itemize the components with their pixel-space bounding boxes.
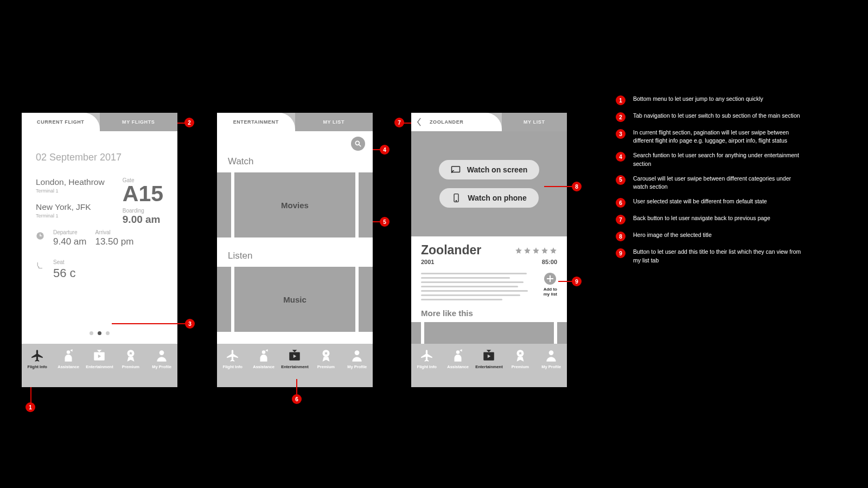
nav-label: Flight Info [28,364,47,369]
nav-premium[interactable]: Premium [116,349,145,369]
thumb-card[interactable] [424,322,554,344]
annotation-text: Bottom menu to let user jump to any sect… [633,95,763,103]
carousel-card-movies[interactable]: Movies [234,172,355,237]
annotation-row: 7Back button to let user navigate back t… [616,214,807,224]
nav-label: My Profile [541,364,561,369]
annotation-row: 2Tab navigation to let user switch to su… [616,112,807,122]
nav-entertainment[interactable]: Entertainment [474,349,504,369]
tab-bar: ZOOLANDER MY LIST [411,113,567,131]
bottom-nav: Flight Info Assistance Entertainment Pre… [217,344,373,387]
svg-rect-13 [451,166,459,172]
nav-label: Premium [512,364,529,369]
plane-icon [30,349,45,362]
nav-entertainment[interactable]: Entertainment [85,349,114,369]
dot-1[interactable] [90,331,93,335]
annotation-row: 9Button to let user add this title to th… [616,248,807,264]
carousel-card-music[interactable]: Music [234,267,355,332]
arrival-value: 13.50 pm [95,236,133,247]
annotation-line [404,123,411,124]
pagination-dots[interactable] [22,331,177,335]
nav-premium[interactable]: Premium [311,349,341,369]
plus-icon [547,275,553,282]
annotation-line [373,221,380,222]
annotation-number: 1 [616,95,626,105]
tab-my-flights[interactable]: MY FLIGHTS [100,113,178,131]
carousel-next-peek[interactable] [359,172,373,237]
nav-flight-info[interactable]: Flight Info [22,349,52,369]
tab-entertainment[interactable]: ENTERTAINMENT [217,113,295,131]
nav-profile[interactable]: My Profile [537,349,566,369]
watch-section-title: Watch [217,156,373,172]
tv-icon [287,349,302,362]
dot-2[interactable] [98,331,101,335]
svg-line-8 [359,145,361,147]
nav-entertainment[interactable]: Entertainment [280,349,310,369]
cast-icon [451,165,461,174]
star-icon [532,247,540,254]
annotation-marker-7: 7 [394,118,404,127]
annotation-text: User selected state will be different fr… [633,197,767,206]
annotation-line [112,323,186,324]
annotation-text: Back button to let user navigate back to… [633,214,770,222]
nav-assistance[interactable]: Assistance [54,349,84,369]
annotation-marker-6: 6 [292,394,302,404]
tab-current-flight[interactable]: CURRENT FLIGHT [22,113,100,131]
listen-carousel[interactable]: Music [217,267,373,332]
nav-profile[interactable]: My Profile [342,349,372,369]
add-to-list-button[interactable] [544,273,556,285]
nav-premium[interactable]: Premium [505,349,535,369]
tab-my-list[interactable]: MY LIST [502,113,567,131]
tv-icon [92,349,107,362]
tab-my-list[interactable]: MY LIST [295,113,373,131]
nav-flight-info[interactable]: Flight Info [218,349,247,369]
screen-entertainment: ENTERTAINMENT MY LIST Watch Movies Liste… [217,113,373,387]
arrival-label: Arrival [95,229,133,235]
tab-bar: CURRENT FLIGHT MY FLIGHTS [22,113,177,131]
nav-assistance[interactable]: Assistance [443,349,473,369]
search-icon [354,140,362,147]
watch-on-phone-button[interactable]: Watch on phone [439,188,538,208]
annotation-marker-1: 1 [25,402,35,412]
boarding-label: Boarding [123,208,163,214]
annotation-text: Carousel will let user swipe between dif… [633,175,807,191]
to-city: New York, JFK [36,202,123,212]
annotation-line [296,379,297,395]
star-rating[interactable] [515,247,557,254]
listen-section-title: Listen [217,251,373,267]
movie-runtime: 85:00 [542,259,557,265]
back-button[interactable] [411,113,426,131]
svg-point-12 [355,350,360,355]
carousel-prev-peek[interactable] [217,172,231,237]
assistance-icon [256,349,271,362]
annotation-row: 6User selected state will be different f… [616,197,807,208]
watch-on-screen-button[interactable]: Watch on screen [439,160,540,179]
button-label: Watch on screen [467,165,528,174]
nav-profile[interactable]: My Profile [147,349,177,369]
svg-point-6 [159,350,164,355]
thumb-next-peek[interactable] [557,322,567,344]
dot-3[interactable] [106,331,110,335]
more-like-this-carousel[interactable] [411,318,567,344]
phone-icon [451,194,461,202]
tab-bar: ENTERTAINMENT MY LIST [217,113,373,131]
annotation-number: 9 [616,248,626,258]
chevron-left-icon [417,118,422,126]
tab-title: ZOOLANDER [426,113,502,131]
premium-icon [318,349,334,362]
annotation-text: Button to let user add this title to the… [633,248,807,264]
svg-point-19 [549,350,554,355]
plane-icon [225,349,240,362]
annotation-marker-2: 2 [184,118,194,127]
svg-point-7 [355,141,359,145]
annotation-text: Hero image of the selected title [633,231,712,239]
carousel-prev-peek[interactable] [217,267,231,332]
nav-flight-info[interactable]: Flight Info [412,349,442,369]
gate-value: A15 [123,183,163,204]
departure-value: 9.40 am [53,236,86,247]
thumb-prev-peek[interactable] [411,322,421,344]
watch-carousel[interactable]: Movies [217,172,373,237]
search-button[interactable] [351,137,365,151]
carousel-next-peek[interactable] [359,267,373,332]
nav-assistance[interactable]: Assistance [249,349,279,369]
bottom-nav: Flight Info Assistance Entertainment Pre… [411,344,567,387]
